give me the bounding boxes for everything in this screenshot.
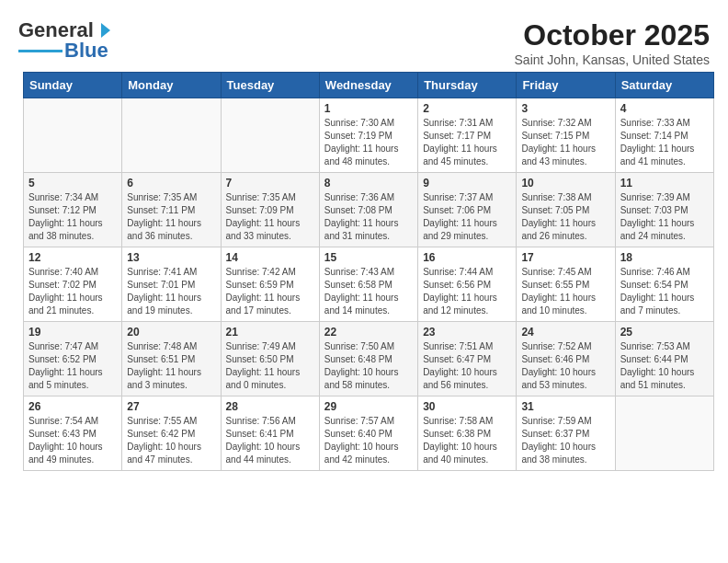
svg-marker-0 [101, 23, 110, 38]
calendar-cell: 18Sunrise: 7:46 AMSunset: 6:54 PMDayligh… [615, 247, 713, 322]
day-info: Sunrise: 7:57 AMSunset: 6:40 PMDaylight:… [324, 416, 399, 465]
calendar-cell [122, 98, 221, 173]
day-info: Sunrise: 7:47 AMSunset: 6:52 PMDaylight:… [28, 341, 103, 390]
day-info: Sunrise: 7:42 AMSunset: 6:59 PMDaylight:… [226, 267, 301, 316]
day-number: 11 [620, 177, 709, 190]
day-info: Sunrise: 7:56 AMSunset: 6:41 PMDaylight:… [226, 416, 301, 465]
logo-triangle-icon [94, 21, 112, 40]
day-number: 1 [324, 102, 413, 115]
calendar-cell: 6Sunrise: 7:35 AMSunset: 7:11 PMDaylight… [122, 173, 221, 247]
calendar-cell: 13Sunrise: 7:41 AMSunset: 7:01 PMDayligh… [122, 247, 221, 322]
header-wednesday: Wednesday [319, 73, 417, 98]
day-info: Sunrise: 7:33 AMSunset: 7:14 PMDaylight:… [620, 118, 695, 167]
calendar-cell: 16Sunrise: 7:44 AMSunset: 6:56 PMDayligh… [418, 247, 517, 322]
calendar-cell: 9Sunrise: 7:37 AMSunset: 7:06 PMDaylight… [418, 173, 517, 247]
day-number: 25 [620, 326, 709, 339]
calendar-cell: 4Sunrise: 7:33 AMSunset: 7:14 PMDaylight… [615, 98, 713, 173]
day-info: Sunrise: 7:40 AMSunset: 7:02 PMDaylight:… [28, 267, 103, 316]
day-info: Sunrise: 7:58 AMSunset: 6:38 PMDaylight:… [423, 416, 497, 465]
day-info: Sunrise: 7:38 AMSunset: 7:05 PMDaylight:… [521, 192, 596, 241]
day-number: 9 [423, 177, 511, 190]
day-info: Sunrise: 7:39 AMSunset: 7:03 PMDaylight:… [620, 192, 695, 241]
calendar-cell: 22Sunrise: 7:50 AMSunset: 6:48 PMDayligh… [319, 322, 417, 396]
calendar-cell: 2Sunrise: 7:31 AMSunset: 7:17 PMDaylight… [418, 98, 517, 173]
calendar-cell: 31Sunrise: 7:59 AMSunset: 6:37 PMDayligh… [517, 396, 615, 471]
calendar-cell: 21Sunrise: 7:49 AMSunset: 6:50 PMDayligh… [221, 322, 319, 396]
day-number: 5 [28, 177, 117, 190]
day-number: 23 [423, 326, 511, 339]
calendar-cell: 20Sunrise: 7:48 AMSunset: 6:51 PMDayligh… [122, 322, 221, 396]
day-info: Sunrise: 7:49 AMSunset: 6:50 PMDaylight:… [226, 341, 301, 390]
page-subtitle: Saint John, Kansas, United States [515, 52, 710, 67]
page-title: October 2025 [515, 18, 710, 52]
day-number: 17 [521, 251, 609, 264]
header-tuesday: Tuesday [221, 73, 319, 98]
calendar-cell: 5Sunrise: 7:34 AMSunset: 7:12 PMDaylight… [24, 173, 122, 247]
day-info: Sunrise: 7:43 AMSunset: 6:58 PMDaylight:… [324, 267, 399, 316]
calendar-cell: 28Sunrise: 7:56 AMSunset: 6:41 PMDayligh… [221, 396, 319, 471]
calendar-cell: 1Sunrise: 7:30 AMSunset: 7:19 PMDaylight… [319, 98, 417, 173]
day-info: Sunrise: 7:54 AMSunset: 6:43 PMDaylight:… [28, 416, 103, 465]
day-number: 4 [620, 102, 709, 115]
header-monday: Monday [122, 73, 221, 98]
calendar-cell: 15Sunrise: 7:43 AMSunset: 6:58 PMDayligh… [319, 247, 417, 322]
day-info: Sunrise: 7:30 AMSunset: 7:19 PMDaylight:… [324, 118, 399, 167]
calendar-week-row: 1Sunrise: 7:30 AMSunset: 7:19 PMDaylight… [24, 98, 714, 173]
day-number: 13 [127, 251, 215, 264]
day-number: 21 [226, 326, 314, 339]
day-number: 2 [423, 102, 511, 115]
day-info: Sunrise: 7:48 AMSunset: 6:51 PMDaylight:… [127, 341, 201, 390]
day-info: Sunrise: 7:32 AMSunset: 7:15 PMDaylight:… [521, 118, 596, 167]
day-number: 27 [127, 400, 215, 413]
calendar-cell: 19Sunrise: 7:47 AMSunset: 6:52 PMDayligh… [24, 322, 122, 396]
day-number: 28 [226, 400, 314, 413]
day-number: 14 [226, 251, 314, 264]
calendar-cell: 17Sunrise: 7:45 AMSunset: 6:55 PMDayligh… [517, 247, 615, 322]
logo: General Blue [18, 18, 112, 63]
calendar-cell [24, 98, 122, 173]
day-number: 15 [324, 251, 413, 264]
header-friday: Friday [517, 73, 615, 98]
day-info: Sunrise: 7:46 AMSunset: 6:54 PMDaylight:… [620, 267, 695, 316]
calendar-cell [221, 98, 319, 173]
day-number: 3 [521, 102, 609, 115]
day-info: Sunrise: 7:31 AMSunset: 7:17 PMDaylight:… [423, 118, 497, 167]
day-number: 22 [324, 326, 413, 339]
day-number: 10 [521, 177, 609, 190]
day-info: Sunrise: 7:37 AMSunset: 7:06 PMDaylight:… [423, 192, 497, 241]
day-number: 31 [521, 400, 609, 413]
day-number: 8 [324, 177, 413, 190]
calendar-cell: 14Sunrise: 7:42 AMSunset: 6:59 PMDayligh… [221, 247, 319, 322]
day-info: Sunrise: 7:35 AMSunset: 7:09 PMDaylight:… [226, 192, 301, 241]
day-number: 6 [127, 177, 215, 190]
day-number: 7 [226, 177, 314, 190]
calendar-cell: 3Sunrise: 7:32 AMSunset: 7:15 PMDaylight… [517, 98, 615, 173]
day-info: Sunrise: 7:41 AMSunset: 7:01 PMDaylight:… [127, 267, 201, 316]
calendar-cell: 23Sunrise: 7:51 AMSunset: 6:47 PMDayligh… [418, 322, 517, 396]
day-number: 30 [423, 400, 511, 413]
header-saturday: Saturday [615, 73, 713, 98]
day-info: Sunrise: 7:53 AMSunset: 6:44 PMDaylight:… [620, 341, 695, 390]
calendar-table: Sunday Monday Tuesday Wednesday Thursday… [23, 72, 714, 471]
day-info: Sunrise: 7:52 AMSunset: 6:46 PMDaylight:… [521, 341, 596, 390]
day-number: 19 [28, 326, 117, 339]
day-info: Sunrise: 7:45 AMSunset: 6:55 PMDaylight:… [521, 267, 596, 316]
calendar-cell: 27Sunrise: 7:55 AMSunset: 6:42 PMDayligh… [122, 396, 221, 471]
calendar-week-row: 5Sunrise: 7:34 AMSunset: 7:12 PMDaylight… [24, 173, 714, 247]
calendar-week-row: 26Sunrise: 7:54 AMSunset: 6:43 PMDayligh… [24, 396, 714, 471]
day-number: 29 [324, 400, 413, 413]
header-thursday: Thursday [418, 73, 517, 98]
day-info: Sunrise: 7:35 AMSunset: 7:11 PMDaylight:… [127, 192, 201, 241]
day-number: 16 [423, 251, 511, 264]
page-header: General Blue October 2025 Saint John, Ka… [9, 9, 719, 72]
day-number: 24 [521, 326, 609, 339]
day-number: 20 [127, 326, 215, 339]
calendar-cell: 12Sunrise: 7:40 AMSunset: 7:02 PMDayligh… [24, 247, 122, 322]
calendar-cell: 10Sunrise: 7:38 AMSunset: 7:05 PMDayligh… [517, 173, 615, 247]
calendar-cell: 29Sunrise: 7:57 AMSunset: 6:40 PMDayligh… [319, 396, 417, 471]
day-number: 12 [28, 251, 117, 264]
calendar-week-row: 12Sunrise: 7:40 AMSunset: 7:02 PMDayligh… [24, 247, 714, 322]
title-area: October 2025 Saint John, Kansas, United … [515, 18, 710, 67]
calendar-cell: 11Sunrise: 7:39 AMSunset: 7:03 PMDayligh… [615, 173, 713, 247]
day-info: Sunrise: 7:50 AMSunset: 6:48 PMDaylight:… [324, 341, 399, 390]
